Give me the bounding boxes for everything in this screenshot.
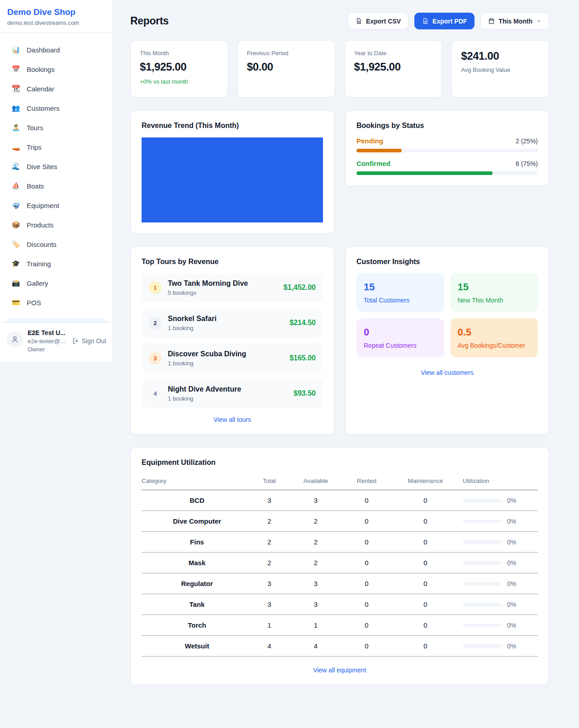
tour-name: Discover Scuba Diving bbox=[168, 350, 246, 358]
sidebar-nav: 📊 Dashboard 📅 Bookings 📆 Calendar 👥 Cust… bbox=[0, 33, 113, 310]
charts-band: Revenue Trend (This Month) Bookings by S… bbox=[130, 110, 549, 234]
user-role: Owner bbox=[28, 346, 66, 353]
page-header: Reports Export CSV Export PDF This Month bbox=[130, 13, 549, 29]
equipment-available: 1 bbox=[286, 615, 345, 636]
tour-revenue: $165.00 bbox=[290, 354, 316, 362]
tour-bookings: 1 booking bbox=[168, 360, 246, 367]
export-csv-button[interactable]: Export CSV bbox=[348, 13, 408, 29]
sidebar-nav-item[interactable]: 🌊 Dive Sites bbox=[5, 159, 107, 174]
col-header-category: Category bbox=[142, 474, 252, 490]
equipment-maintenance: 0 bbox=[388, 573, 463, 594]
utilization-percent: 0% bbox=[507, 601, 516, 608]
rank-badge: 4 bbox=[149, 387, 161, 400]
export-pdf-label: Export PDF bbox=[432, 18, 467, 25]
sidebar-nav-item-label: Bookings bbox=[27, 66, 55, 73]
stat-label: Year to Date bbox=[354, 50, 433, 57]
sidebar-nav-item-label: Training bbox=[27, 260, 51, 268]
sidebar-nav-item-label: Customers bbox=[27, 104, 60, 112]
sidebar-nav-item[interactable]: 📅 Bookings bbox=[5, 61, 107, 77]
equipment-category: Torch bbox=[142, 615, 252, 636]
sidebar-nav-item-label: Trips bbox=[27, 143, 42, 151]
sidebar-user-footer: E2E Test U... e2e-tester@... Owner Sign … bbox=[0, 322, 113, 362]
sidebar-nav-item-label: Dive Sites bbox=[27, 163, 57, 170]
equipment-row: Tank 3 3 0 0 0% bbox=[142, 594, 538, 615]
tour-bookings: 5 bookings bbox=[168, 289, 248, 296]
sidebar-nav-item[interactable]: 🎓 Training bbox=[5, 256, 107, 271]
equipment-category: Tank bbox=[142, 594, 252, 615]
sidebar-nav-item[interactable]: 🏷️ Discounts bbox=[5, 236, 107, 252]
calendar-outline-icon bbox=[488, 18, 495, 24]
equipment-row: Wetsuit 4 4 0 0 0% bbox=[142, 636, 538, 657]
period-dropdown[interactable]: This Month bbox=[480, 13, 549, 29]
sidebar-nav-item[interactable]: 🏝️ Tours bbox=[5, 120, 107, 135]
camera-icon: 📸 bbox=[11, 279, 21, 287]
equipment-maintenance: 0 bbox=[388, 511, 463, 532]
sidebar-nav-item[interactable]: 📊 Dashboard bbox=[5, 42, 107, 57]
file-download-icon bbox=[422, 18, 429, 24]
tours-list: 1 Two Tank Morning Dive 5 bookings $1,45… bbox=[142, 273, 323, 408]
sidebar-nav-item-label: Products bbox=[27, 221, 53, 229]
col-header-maintenance: Maintenance bbox=[388, 474, 463, 490]
col-header-rented: Rented bbox=[345, 474, 388, 490]
sidebar-nav-item[interactable]: ⛵ Boats bbox=[5, 178, 107, 194]
sidebar-nav-item-label: Tours bbox=[27, 124, 43, 132]
stat-label: This Month bbox=[140, 50, 218, 57]
calendar-icon: 📅 bbox=[11, 65, 21, 73]
equipment-row: Dive Computer 2 2 0 0 0% bbox=[142, 511, 538, 532]
equipment-utilization-title: Equipment Utilization bbox=[142, 459, 538, 467]
revenue-trend-card: Revenue Trend (This Month) bbox=[130, 110, 334, 234]
bookings-by-status-title: Bookings by Status bbox=[356, 122, 538, 130]
equipment-total: 3 bbox=[252, 573, 286, 594]
sidebar-nav-item[interactable]: 🚤 Trips bbox=[5, 139, 107, 155]
status-row: Confirmed 6 (75%) bbox=[356, 160, 538, 175]
utilization-bar-track bbox=[463, 624, 501, 627]
utilization-bar-track bbox=[463, 520, 501, 523]
utilization-percent: 0% bbox=[507, 559, 516, 567]
nav-item-reports-active-partial[interactable] bbox=[5, 318, 107, 322]
col-header-total: Total bbox=[252, 474, 286, 490]
insights-grid: 15 Total Customers 15 New This Month 0 R… bbox=[356, 273, 538, 357]
tour-bookings: 1 booking bbox=[168, 395, 241, 402]
insight-label: Total Customers bbox=[364, 297, 437, 304]
sidebar: Demo Dive Shop demo.test.divestreams.com… bbox=[0, 0, 113, 362]
sidebar-nav-item[interactable]: 🤿 Equipment bbox=[5, 198, 107, 213]
status-label: Pending bbox=[356, 137, 383, 145]
status-progress-track bbox=[356, 171, 538, 175]
sidebar-nav-item[interactable]: 📦 Products bbox=[5, 217, 107, 232]
insight-tile: 15 New This Month bbox=[451, 273, 538, 312]
sailboat-icon: ⛵ bbox=[11, 182, 21, 190]
sidebar-nav-item[interactable]: 📆 Calendar bbox=[5, 81, 107, 96]
equipment-total: 2 bbox=[252, 511, 286, 532]
insight-value: 0 bbox=[364, 326, 437, 338]
tour-row[interactable]: 1 Two Tank Morning Dive 5 bookings $1,45… bbox=[142, 273, 323, 302]
utilization-bar-track bbox=[463, 603, 501, 606]
equipment-maintenance: 0 bbox=[388, 553, 463, 573]
view-all-customers-link[interactable]: View all customers bbox=[356, 369, 538, 376]
tour-row[interactable]: 2 Snorkel Safari 1 booking $214.50 bbox=[142, 308, 323, 337]
equipment-category: Dive Computer bbox=[142, 511, 252, 532]
equipment-category: BCD bbox=[142, 490, 252, 511]
equipment-category: Wetsuit bbox=[142, 636, 252, 657]
sidebar-nav-item[interactable]: 👥 Customers bbox=[5, 100, 107, 116]
sign-out-button[interactable]: Sign Out bbox=[72, 337, 106, 345]
sidebar-nav-item[interactable]: 💳 POS bbox=[5, 295, 107, 310]
view-all-equipment-link[interactable]: View all equipment bbox=[142, 667, 538, 674]
chevron-down-icon bbox=[536, 19, 541, 24]
utilization-bar-track bbox=[463, 540, 501, 544]
equipment-available: 2 bbox=[286, 511, 345, 532]
top-tours-title: Top Tours by Revenue bbox=[142, 258, 323, 266]
utilization-percent: 0% bbox=[507, 518, 516, 525]
logout-icon bbox=[72, 337, 79, 345]
sidebar-nav-item-label: POS bbox=[27, 299, 41, 307]
insight-label: Repeat Customers bbox=[364, 342, 437, 349]
equipment-row: Fins 2 2 0 0 0% bbox=[142, 532, 538, 553]
stat-value: $0.00 bbox=[247, 61, 326, 73]
export-pdf-button[interactable]: Export PDF bbox=[414, 13, 475, 29]
equipment-rented: 0 bbox=[345, 636, 388, 657]
stat-card: Previous Period $0.00 bbox=[237, 40, 335, 98]
sidebar-nav-item[interactable]: 📸 Gallery bbox=[5, 275, 107, 291]
tour-name: Snorkel Safari bbox=[168, 315, 217, 323]
tour-row[interactable]: 3 Discover Scuba Diving 1 booking $165.0… bbox=[142, 344, 323, 373]
tour-row[interactable]: 4 Night Dive Adventure 1 booking $93.50 bbox=[142, 379, 323, 408]
view-all-tours-link[interactable]: View all tours bbox=[142, 416, 323, 423]
